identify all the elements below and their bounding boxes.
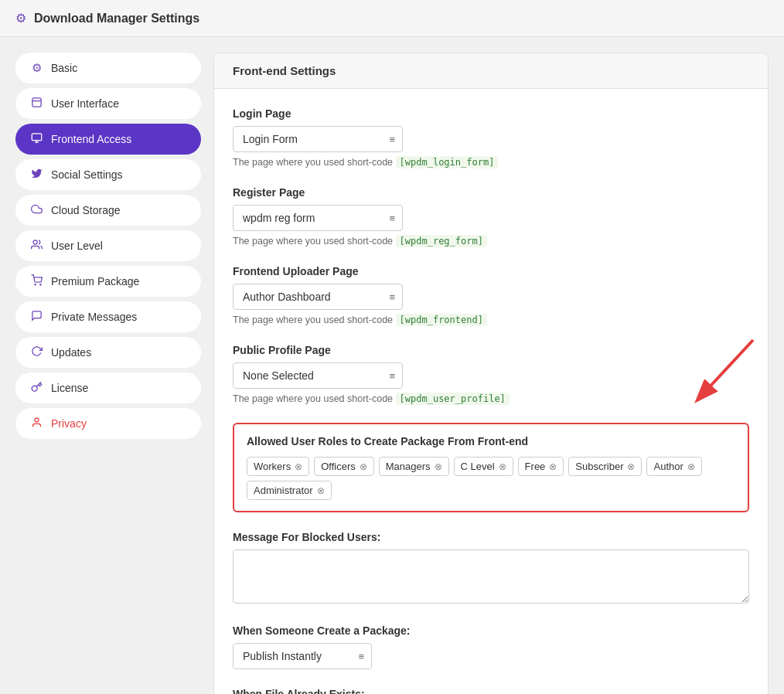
allowed-roles-label: Allowed User Roles to Create Package Fro… xyxy=(247,435,735,447)
sidebar-item-basic[interactable]: ⚙ Basic xyxy=(15,53,201,83)
gear-icon: ⚙ xyxy=(15,11,26,26)
frontend-uploader-row: Frontend Uploader Page Author Dashboard … xyxy=(233,265,749,325)
sidebar-item-private-messages[interactable]: Private Messages xyxy=(15,301,201,332)
svg-point-4 xyxy=(39,284,40,285)
svg-point-2 xyxy=(33,240,37,244)
twitter-icon xyxy=(29,168,43,182)
sidebar-item-user-interface[interactable]: User Interface xyxy=(15,88,201,119)
role-tag-workers: Workers ⊗ xyxy=(247,457,309,476)
svg-point-5 xyxy=(35,418,39,422)
login-page-select-wrap: Login Form ≡ xyxy=(233,126,403,152)
public-profile-hint: The page where you used short-code [wpdm… xyxy=(233,393,749,404)
sidebar-item-updates[interactable]: Updates xyxy=(15,337,201,368)
public-profile-row: Public Profile Page None Selected ≡ The … xyxy=(233,344,749,404)
sidebar-label-user-interface: User Interface xyxy=(51,97,119,110)
sidebar-label-social-settings: Social Settings xyxy=(51,168,123,181)
sidebar-item-user-level[interactable]: User Level xyxy=(15,230,201,261)
login-page-shortcode: [wpdm_login_form] xyxy=(396,156,499,168)
svg-rect-1 xyxy=(32,134,42,141)
refresh-icon xyxy=(29,345,43,359)
login-page-hint: The page where you used short-code [wpdm… xyxy=(233,157,749,168)
cloud-icon xyxy=(29,203,43,217)
role-tag-officers: Officers ⊗ xyxy=(314,457,374,476)
remove-officers-button[interactable]: ⊗ xyxy=(360,462,367,471)
sidebar-item-privacy[interactable]: Privacy xyxy=(15,408,201,439)
gear-icon: ⚙ xyxy=(29,61,43,75)
role-tag-clevel: C Level ⊗ xyxy=(454,457,513,476)
file-exists-row: When File Already Exists: Rename New Fil… xyxy=(233,688,749,694)
sidebar-label-premium-package: Premium Package xyxy=(51,275,139,287)
role-tag-managers: Managers ⊗ xyxy=(379,457,449,476)
public-profile-shortcode: [wpdm_user_profile] xyxy=(396,393,510,405)
sidebar-label-frontend-access: Frontend Access xyxy=(51,133,131,145)
login-page-row: Login Page Login Form ≡ The page where y… xyxy=(233,107,749,168)
frontend-uploader-select-wrap: Author Dashboard ≡ xyxy=(233,284,403,310)
blocked-users-label: Message For Blocked Users: xyxy=(233,531,749,543)
roles-tags-container: Workers ⊗ Officers ⊗ Managers ⊗ C Level … xyxy=(247,457,735,500)
frontend-uploader-label: Frontend Uploader Page xyxy=(233,265,749,277)
section-header: Front-end Settings xyxy=(214,53,768,89)
page-title: Download Manager Settings xyxy=(34,12,199,26)
sidebar-item-frontend-access[interactable]: Frontend Access xyxy=(15,124,201,155)
register-page-shortcode: [wpdm_reg_form] xyxy=(396,235,487,247)
remove-clevel-button[interactable]: ⊗ xyxy=(499,462,506,471)
remove-managers-button[interactable]: ⊗ xyxy=(435,462,442,471)
section-body: Login Page Login Form ≡ The page where y… xyxy=(214,89,768,694)
frontend-uploader-hint: The page where you used short-code [wpdm… xyxy=(233,315,749,325)
create-package-select[interactable]: Publish Instantly xyxy=(233,643,372,669)
role-tag-subscriber: Subscriber ⊗ xyxy=(568,457,642,476)
svg-point-3 xyxy=(35,284,36,285)
sidebar-label-privacy: Privacy xyxy=(51,417,87,430)
register-page-hint: The page where you used short-code [wpdm… xyxy=(233,236,749,247)
register-page-label: Register Page xyxy=(233,186,749,199)
section-title: Front-end Settings xyxy=(233,64,336,77)
remove-author-button[interactable]: ⊗ xyxy=(687,462,695,471)
sidebar-item-premium-package[interactable]: Premium Package xyxy=(15,266,201,297)
sidebar-label-updates: Updates xyxy=(51,346,91,359)
message-icon xyxy=(29,310,43,324)
login-page-select[interactable]: Login Form xyxy=(233,126,403,152)
public-profile-select-wrap: None Selected ≡ xyxy=(233,362,403,389)
monitor-icon xyxy=(29,132,43,146)
main-content-panel: Front-end Settings Login Page Login Form… xyxy=(213,53,769,694)
users-icon xyxy=(29,239,43,253)
settings-form: Login Page Login Form ≡ The page where y… xyxy=(214,89,768,694)
remove-workers-button[interactable]: ⊗ xyxy=(295,462,302,471)
public-profile-label: Public Profile Page xyxy=(233,344,749,356)
register-page-select[interactable]: wpdm reg form xyxy=(233,205,403,231)
sidebar: ⚙ Basic User Interface Frontend Access S… xyxy=(15,53,201,694)
sidebar-item-license[interactable]: License xyxy=(15,373,201,403)
role-tag-administrator: Administrator ⊗ xyxy=(247,481,332,500)
blocked-users-textarea[interactable] xyxy=(233,549,749,604)
create-package-row: When Someone Create a Package: Publish I… xyxy=(233,624,749,669)
cart-icon xyxy=(29,274,43,288)
key-icon xyxy=(29,381,43,395)
sidebar-label-basic: Basic xyxy=(51,62,77,74)
sidebar-label-private-messages: Private Messages xyxy=(51,311,137,323)
blocked-users-row: Message For Blocked Users: xyxy=(233,531,749,606)
sidebar-item-social-settings[interactable]: Social Settings xyxy=(15,159,201,190)
user-icon xyxy=(29,417,43,430)
sidebar-label-user-level: User Level xyxy=(51,240,103,252)
create-package-label: When Someone Create a Package: xyxy=(233,624,749,637)
role-tag-free: Free ⊗ xyxy=(518,457,564,476)
public-profile-select[interactable]: None Selected xyxy=(233,362,403,389)
allowed-roles-box: Allowed User Roles to Create Package Fro… xyxy=(233,423,749,512)
top-bar: ⚙ Download Manager Settings xyxy=(0,0,784,37)
file-exists-label: When File Already Exists: xyxy=(233,688,749,694)
role-tag-author: Author ⊗ xyxy=(646,457,701,476)
sidebar-label-license: License xyxy=(51,382,88,394)
create-package-select-wrap: Publish Instantly ≡ xyxy=(233,643,372,669)
remove-subscriber-button[interactable]: ⊗ xyxy=(627,462,635,471)
register-page-row: Register Page wpdm reg form ≡ The page w… xyxy=(233,186,749,247)
svg-rect-0 xyxy=(32,98,40,107)
sidebar-item-cloud-storage[interactable]: Cloud Storage xyxy=(15,195,201,226)
app-layout: ⚙ Basic User Interface Frontend Access S… xyxy=(0,37,784,694)
login-page-label: Login Page xyxy=(233,107,749,120)
frontend-uploader-shortcode: [wpdm_frontend] xyxy=(396,314,487,326)
frontend-uploader-select[interactable]: Author Dashboard xyxy=(233,284,403,310)
remove-free-button[interactable]: ⊗ xyxy=(549,462,557,471)
sidebar-label-cloud-storage: Cloud Storage xyxy=(51,204,121,216)
register-page-select-wrap: wpdm reg form ≡ xyxy=(233,205,403,231)
remove-administrator-button[interactable]: ⊗ xyxy=(317,486,325,495)
